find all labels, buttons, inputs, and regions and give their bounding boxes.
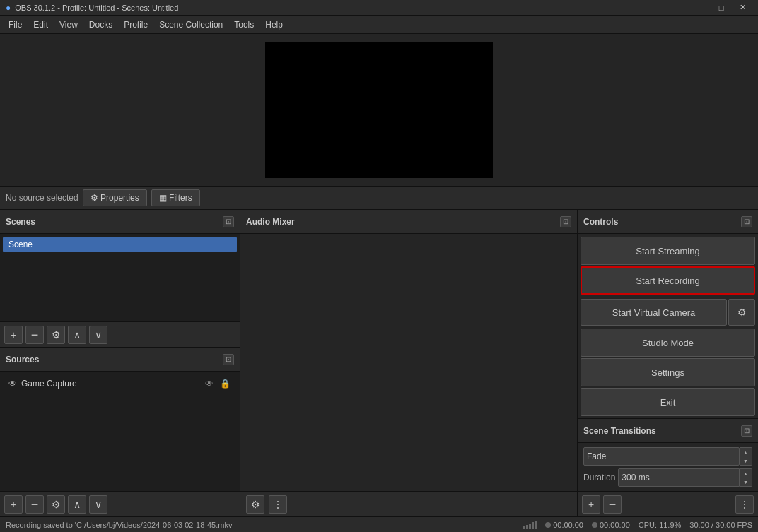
scenes-toolbar: + − ⚙ ∧ ∨ [0,321,240,347]
scenes-section: Scenes ⊡ Scene + − ⚙ ∧ ∨ [0,210,240,348]
scenes-panel-header: Scenes ⊡ [0,210,240,234]
properties-button[interactable]: ⚙ Properties [83,189,147,206]
menu-profile[interactable]: Profile [118,18,153,32]
no-source-label: No source selected [6,193,78,203]
duration-arrows[interactable]: ▲ ▼ [740,468,752,487]
scene-item[interactable]: Scene [3,237,237,252]
menu-tools[interactable]: Tools [228,18,260,32]
scene-transitions-title: Scene Transitions [583,426,656,436]
virtual-camera-settings-button[interactable]: ⚙ [728,299,755,326]
transition-type-arrows[interactable]: ▲ ▼ [740,447,752,466]
source-up-button[interactable]: ∧ [68,495,86,514]
status-bar: Recording saved to 'C:/Users/bj/Videos/2… [0,516,758,532]
title-bar: ● OBS 30.1.2 - Profile: Untitled - Scene… [0,0,758,16]
signal-strength-indicator [523,521,537,529]
audio-mixer-expand-button[interactable]: ⊡ [560,216,571,227]
source-down-button[interactable]: ∨ [89,495,107,514]
source-controls: 👁 🔒 [203,377,231,390]
status-message: Recording saved to 'C:/Users/bj/Videos/2… [6,521,515,529]
source-name-label: Game Capture [21,379,199,389]
minimize-button[interactable]: ─ [690,1,710,14]
fps-display: 30.00 / 30.00 FPS [689,521,752,529]
scene-settings-button[interactable]: ⚙ [47,326,65,344]
maximize-button[interactable]: □ [711,1,731,14]
transitions-content: Fade ▲ ▼ Duration ▲ ▼ [578,443,758,491]
preview-canvas [265,42,493,178]
app-logo-icon: ● [6,3,11,13]
scenes-expand-button[interactable]: ⊡ [223,216,234,227]
source-visibility-button[interactable]: 👁 [203,377,216,390]
sources-title: Sources [6,355,39,365]
audio-mixer-toolbar: ⚙ ⋮ [240,491,577,516]
main-content: Scenes ⊡ Scene + − ⚙ ∧ ∨ Sources ⊡ 👁 [0,210,758,516]
transitions-header: Scene Transitions ⊡ [578,419,758,443]
sources-toolbar: + − ⚙ ∧ ∨ [0,491,240,516]
left-column: Scenes ⊡ Scene + − ⚙ ∧ ∨ Sources ⊡ 👁 [0,210,240,516]
controls-lower-buttons: Studio Mode Settings Exit [578,327,758,418]
start-virtual-camera-button[interactable]: Start Virtual Camera [581,299,727,326]
scene-down-button[interactable]: ∨ [89,326,107,344]
filters-button[interactable]: ▦ Filters [151,189,200,206]
title-bar-controls: ─ □ ✕ [690,1,752,14]
audio-mixer-content [240,234,577,491]
duration-label: Duration [583,473,615,483]
duration-arrow-up[interactable]: ▲ [740,469,752,478]
transition-arrow-down[interactable]: ▼ [740,456,752,465]
scene-up-button[interactable]: ∧ [68,326,86,344]
settings-button[interactable]: Settings [581,358,755,386]
record-dot [592,522,597,528]
exit-button[interactable]: Exit [581,388,755,416]
duration-arrow-down[interactable]: ▼ [740,478,752,486]
preview-area [0,34,758,186]
remove-scene-button[interactable]: − [25,326,44,344]
close-button[interactable]: ✕ [733,1,752,14]
transitions-menu-button[interactable]: ⋮ [735,495,754,514]
start-streaming-button[interactable]: Start Streaming [581,237,755,265]
transitions-expand-button[interactable]: ⊡ [741,425,752,437]
source-bar: No source selected ⚙ Properties ▦ Filter… [0,186,758,210]
add-transition-button[interactable]: + [582,495,600,514]
transitions-select-row: Fade ▲ ▼ [583,447,752,466]
audio-mixer-header: Audio Mixer ⊡ [240,210,577,234]
menu-file[interactable]: File [3,18,28,32]
stream-dot [545,522,551,528]
controls-title: Controls [583,217,618,227]
studio-mode-button[interactable]: Studio Mode [581,329,755,357]
sources-expand-button[interactable]: ⊡ [223,354,234,365]
audio-mixer-menu-button[interactable]: ⋮ [269,495,287,514]
scene-transitions-section: Scene Transitions ⊡ Fade ▲ ▼ Duration [578,418,758,516]
source-lock-button[interactable]: 🔒 [218,377,231,390]
remove-source-button[interactable]: − [25,495,44,514]
audio-mixer-settings-button[interactable]: ⚙ [246,495,264,514]
add-scene-button[interactable]: + [4,326,23,344]
stream-time: 00:00:00 [553,521,583,529]
scenes-title: Scenes [6,217,35,227]
menu-bar: File Edit View Docks Profile Scene Colle… [0,16,758,34]
signal-bars [523,521,537,529]
signal-bar-5 [535,521,537,529]
title-text: OBS 30.1.2 - Profile: Untitled - Scenes:… [15,4,178,12]
source-item[interactable]: 👁 Game Capture 👁 🔒 [3,374,237,393]
controls-expand-button[interactable]: ⊡ [741,216,752,227]
menu-edit[interactable]: Edit [28,18,54,32]
menu-docks[interactable]: Docks [83,18,118,32]
audio-mixer-panel: Audio Mixer ⊡ ⚙ ⋮ [240,210,578,516]
source-settings-button[interactable]: ⚙ [47,495,65,514]
transition-type-select[interactable]: Fade [583,447,740,466]
record-time: 00:00:00 [600,521,630,529]
sources-list: 👁 Game Capture 👁 🔒 [0,372,240,491]
duration-row: Duration ▲ ▼ [583,468,752,487]
transitions-toolbar: + − ⋮ [578,491,758,516]
add-source-button[interactable]: + [4,495,23,514]
transition-arrow-up[interactable]: ▲ [740,448,752,456]
signal-bar-1 [523,526,525,529]
menu-view[interactable]: View [54,18,83,32]
remove-transition-button[interactable]: − [603,495,622,514]
menu-scene-collection[interactable]: Scene Collection [153,18,228,32]
controls-buttons: Start Streaming Start Recording [578,234,758,297]
source-type-icon: 👁 [8,379,17,389]
start-recording-button[interactable]: Start Recording [581,266,755,295]
menu-help[interactable]: Help [260,18,288,32]
record-time-indicator: 00:00:00 [592,521,630,529]
duration-input[interactable] [618,468,740,487]
